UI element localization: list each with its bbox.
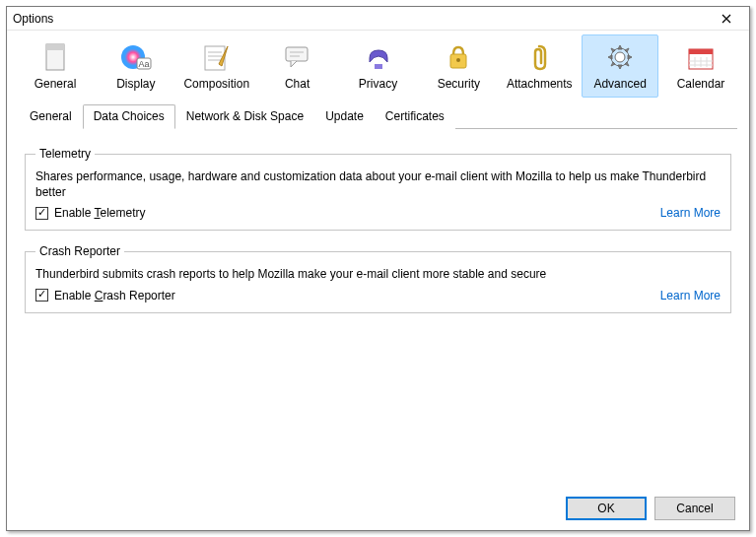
crash-legend: Crash Reporter [35, 244, 124, 258]
subtab-data-choices[interactable]: Data Choices [83, 104, 175, 129]
crash-group: Crash Reporter Thunderbird submits crash… [25, 244, 731, 312]
content-panel: Telemetry Shares performance, usage, har… [7, 129, 749, 487]
toolbar-general[interactable]: General [17, 34, 94, 98]
toolbar-advanced[interactable]: Advanced [582, 34, 658, 98]
toolbar-privacy[interactable]: Privacy [340, 34, 417, 98]
svg-rect-9 [286, 47, 308, 61]
subtab-network[interactable]: Network & Disk Space [175, 104, 314, 129]
toolbar-display-label: Display [99, 77, 173, 91]
toolbar-chat[interactable]: Chat [259, 34, 336, 98]
category-toolbar: General Aa Display Composition [7, 31, 749, 100]
toolbar-attachments-label: Attachments [502, 77, 577, 91]
toolbar-calendar[interactable]: Calendar [662, 34, 739, 98]
calendar-icon [663, 39, 738, 75]
svg-text:Aa: Aa [138, 59, 149, 69]
toolbar-general-label: General [18, 77, 93, 91]
toolbar-composition-label: Composition [179, 77, 254, 91]
window-title: Options [13, 12, 53, 26]
display-icon: Aa [99, 39, 173, 75]
svg-rect-18 [689, 49, 713, 54]
titlebar: Options [7, 7, 749, 31]
telemetry-desc: Shares performance, usage, hardware and … [35, 168, 721, 200]
security-icon [421, 39, 496, 75]
close-button[interactable] [710, 9, 743, 29]
toolbar-calendar-label: Calendar [663, 77, 738, 91]
svg-point-15 [615, 52, 625, 62]
advanced-icon [583, 39, 657, 75]
subtab-certificates[interactable]: Certificates [375, 104, 455, 129]
crash-desc: Thunderbird submits crash reports to hel… [35, 266, 721, 282]
crash-learn-more-link[interactable]: Learn More [660, 289, 721, 302]
toolbar-attachments[interactable]: Attachments [501, 34, 578, 98]
checkbox-icon [35, 207, 48, 220]
crash-checkbox[interactable]: Enable Crash Reporter [35, 289, 175, 302]
privacy-icon [341, 39, 416, 75]
cancel-button[interactable]: Cancel [654, 497, 735, 520]
svg-rect-12 [375, 64, 382, 69]
toolbar-security-label: Security [421, 77, 496, 91]
composition-icon [179, 39, 254, 75]
checkbox-icon [35, 289, 48, 302]
toolbar-display[interactable]: Aa Display [98, 34, 174, 98]
toolbar-chat-label: Chat [260, 77, 335, 91]
svg-rect-1 [46, 44, 64, 50]
options-window: Options General Aa Display [6, 6, 750, 531]
telemetry-group: Telemetry Shares performance, usage, har… [25, 147, 731, 231]
chat-icon [260, 39, 335, 75]
toolbar-privacy-label: Privacy [341, 77, 416, 91]
crash-checkbox-label: Enable Crash Reporter [54, 289, 175, 302]
subtab-general[interactable]: General [19, 104, 83, 129]
toolbar-advanced-label: Advanced [583, 77, 657, 91]
telemetry-learn-more-link[interactable]: Learn More [660, 206, 721, 220]
svg-point-14 [456, 58, 460, 62]
sub-tabs: General Data Choices Network & Disk Spac… [7, 100, 749, 129]
toolbar-security[interactable]: Security [420, 34, 497, 98]
telemetry-checkbox[interactable]: Enable Telemetry [35, 206, 146, 220]
telemetry-checkbox-label: Enable Telemetry [54, 206, 146, 220]
attachments-icon [502, 39, 577, 75]
telemetry-legend: Telemetry [35, 147, 95, 161]
subtab-update[interactable]: Update [314, 104, 375, 129]
dialog-buttons: OK Cancel [7, 487, 749, 530]
toolbar-composition[interactable]: Composition [178, 34, 255, 98]
ok-button[interactable]: OK [566, 497, 647, 520]
general-icon [18, 39, 93, 75]
